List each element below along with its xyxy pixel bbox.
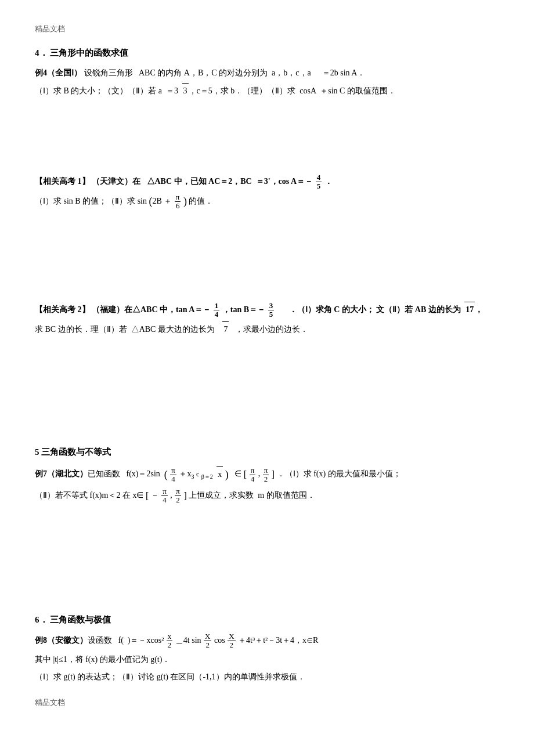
section4: 4． 三角形中的函数求值 例4（全国Ⅰ） 设锐角三角形 ABC 的内角 A，B，… bbox=[35, 46, 499, 338]
watermark-top: 精品文档 bbox=[35, 23, 499, 35]
related1-label: 【相关高考 1】 bbox=[35, 177, 90, 186]
fraction-3-5: 3 5 bbox=[268, 302, 275, 319]
fraction-x-2-b: X 2 bbox=[204, 632, 211, 650]
example8-block: 例8（安徽文）设函数 f( )＝－xcos² x 2 ＿4t sin X 2 c… bbox=[35, 632, 499, 685]
section6-title: 6． 三角函数与极值 bbox=[35, 613, 499, 627]
fraction-pi-4-neg: π 4 bbox=[161, 487, 168, 505]
fraction-4-5: 4 5 bbox=[316, 173, 322, 191]
fraction-pi-4-inner: π 4 bbox=[170, 466, 176, 484]
fraction-pi-6: π 6 bbox=[175, 193, 181, 211]
fraction-x-2-c: X 2 bbox=[228, 632, 235, 650]
fraction-pi-4-interval: π 4 bbox=[250, 466, 256, 484]
related1-block: 【相关高考 1】 （天津文）在 △ABC 中，已知 AC＝2，BC ＝3'，co… bbox=[35, 173, 499, 210]
section5: 5 三角函数与不等式 例7（湖北文）已知函数 f(x)＝2sin ( π 4 ＋… bbox=[35, 445, 499, 505]
section4-number: 4． bbox=[35, 48, 48, 57]
section6: 6． 三角函数与极值 例8（安徽文）设函数 f( )＝－xcos² x 2 ＿4… bbox=[35, 613, 499, 685]
section5-number: 5 bbox=[35, 447, 39, 457]
fraction-pi-2-b: π 2 bbox=[175, 487, 181, 505]
fraction-x-2-a: x 2 bbox=[167, 632, 173, 650]
watermark-bottom: 精品文档 bbox=[35, 697, 499, 709]
example4-block: 例4（全国Ⅰ） 设锐角三角形 ABC 的内角 A，B，C 的对边分别为 a，b，… bbox=[35, 66, 499, 99]
section6-number: 6． bbox=[35, 615, 48, 624]
related2-block: 【相关高考 2】 （福建）在△ABC 中，tan A＝－ 1 4 ，tan B＝… bbox=[35, 302, 499, 337]
fraction-pi-2-interval: π 2 bbox=[263, 466, 269, 484]
example7-block: 例7（湖北文）已知函数 f(x)＝2sin ( π 4 ＋x3 c β＝2 x … bbox=[35, 465, 499, 505]
example4-label: 例4（全国Ⅰ） bbox=[35, 68, 82, 77]
related2-label: 【相关高考 2】 bbox=[35, 305, 90, 314]
section5-title: 5 三角函数与不等式 bbox=[35, 445, 499, 459]
fraction-1-4: 1 4 bbox=[214, 302, 220, 319]
section4-title: 4． 三角形中的函数求值 bbox=[35, 46, 499, 60]
